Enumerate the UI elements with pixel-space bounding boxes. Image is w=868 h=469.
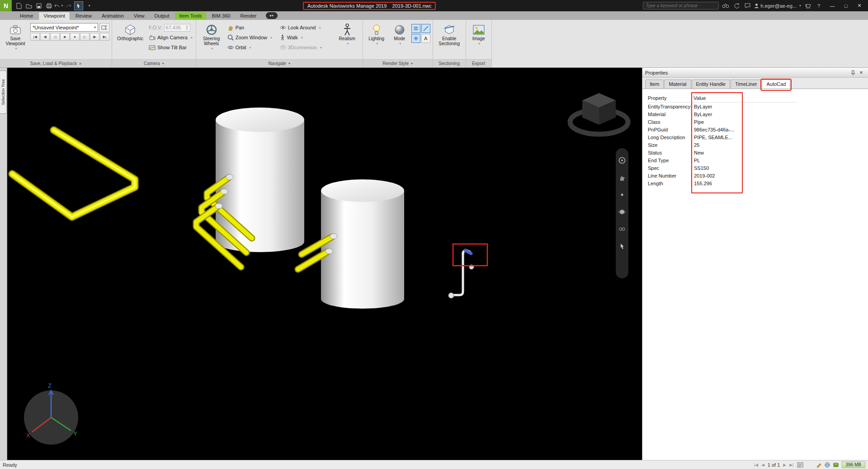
search-input[interactable] — [643, 2, 719, 9]
toolbar-options-dropdown[interactable] — [84, 1, 93, 10]
text-toggle[interactable]: A — [421, 34, 430, 43]
group-label-save[interactable]: Save, Load & Playback » — [0, 59, 112, 67]
props-tab-timeliner[interactable]: TimeLiner — [731, 80, 762, 89]
viewcube[interactable] — [570, 93, 628, 134]
tab-item-tools[interactable]: Item Tools — [175, 12, 207, 20]
maximize-button[interactable]: □ — [839, 0, 853, 11]
next-sheet-button[interactable]: ▶ — [783, 463, 786, 467]
orbit-nav-icon[interactable] — [618, 208, 626, 216]
group-label-export[interactable]: Export — [466, 59, 491, 67]
steering-wheels-button[interactable]: Steering Wheels — [198, 21, 225, 59]
redo-button[interactable] — [64, 1, 73, 10]
props-tab-entity-handle[interactable]: Entity Handle — [692, 80, 730, 89]
properties-header[interactable]: Properties ✕ — [642, 68, 868, 78]
binoculars-search-icon[interactable] — [722, 2, 730, 10]
table-row[interactable]: Length155.296 — [648, 179, 797, 187]
open-file-button[interactable] — [24, 1, 33, 10]
table-row[interactable]: Long DescriptionPIPE, SEAMLE... — [648, 133, 797, 141]
panel-close-icon[interactable]: ✕ — [857, 69, 865, 76]
selection-tree-tab[interactable]: Selection Tree — [0, 70, 7, 114]
zoom-window-button[interactable]: Zoom Window — [226, 33, 277, 42]
navisworks-logo-icon[interactable]: N — [0, 0, 12, 11]
play-button[interactable]: ▷ — [80, 33, 90, 41]
sheet-browser-icon[interactable] — [797, 462, 803, 468]
props-tab-material[interactable]: Material — [664, 80, 691, 89]
ribbon-display-options-icon[interactable]: ●▾ — [266, 12, 278, 19]
save-viewpoint-button[interactable]: Save Viewpoint — [2, 21, 28, 59]
tab-viewpoint[interactable]: Viewpoint — [38, 12, 70, 20]
table-row[interactable]: PnPGuid986ec735-d46a-... — [648, 126, 797, 133]
enable-sectioning-button[interactable]: Enable Sectioning — [435, 21, 463, 59]
walk-button[interactable]: Walk — [279, 33, 332, 42]
look-around-button[interactable]: Look Around — [279, 23, 332, 32]
surfaces-toggle[interactable] — [411, 24, 420, 33]
pan-nav-icon[interactable] — [618, 174, 626, 182]
align-camera-button[interactable]: Align Camera — [148, 33, 193, 42]
column-header-value[interactable]: Value — [691, 95, 741, 101]
first-sheet-button[interactable]: |◀ — [754, 463, 758, 467]
select-tool-button[interactable] — [74, 1, 83, 10]
points-toggle[interactable] — [411, 34, 420, 43]
lines-toggle[interactable] — [421, 24, 430, 33]
table-row[interactable]: EntityTransparencyByLayer — [648, 103, 797, 110]
tab-output[interactable]: Output — [150, 12, 174, 20]
rewind-button[interactable]: |◀ — [30, 33, 40, 41]
step-back-button[interactable]: ◀ — [40, 33, 50, 41]
print-button[interactable] — [44, 1, 53, 10]
viewport-3d-canvas[interactable]: Z X Y — [7, 68, 642, 460]
group-label-camera[interactable]: Camera — [112, 59, 196, 67]
tab-view[interactable]: View — [129, 12, 149, 20]
table-row[interactable]: End TypePL — [648, 156, 797, 164]
lighting-button[interactable]: Lighting — [365, 21, 388, 59]
tab-bim360[interactable]: BIM 360 — [207, 12, 235, 20]
props-tab-autocad[interactable]: AutoCad — [762, 80, 790, 89]
select-nav-icon[interactable] — [618, 242, 626, 250]
tab-animation[interactable]: Animation — [97, 12, 128, 20]
export-image-button[interactable]: Image — [468, 21, 489, 59]
play-backwards-button[interactable]: ◁ — [50, 33, 60, 41]
fast-forward-button[interactable]: ▶| — [100, 33, 109, 41]
record-button[interactable]: ● — [70, 33, 80, 41]
table-row[interactable]: Size25 — [648, 141, 797, 149]
previous-sheet-button[interactable]: ◀ — [761, 463, 764, 467]
stop-button[interactable]: ■ — [60, 33, 70, 41]
edit-viewpoints-button[interactable] — [99, 23, 109, 32]
pan-button[interactable]: Pan — [226, 23, 277, 32]
dialog-launcher-icon[interactable]: » — [79, 61, 82, 66]
group-label-navigate[interactable]: Navigate — [196, 59, 363, 67]
save-button[interactable] — [34, 1, 43, 10]
column-header-property[interactable]: Property — [648, 95, 691, 101]
mode-button[interactable]: Mode — [390, 21, 410, 59]
show-tilt-bar-button[interactable]: Show Tilt Bar — [148, 43, 193, 52]
last-sheet-button[interactable]: ▶| — [789, 463, 793, 467]
auto-hide-pin-icon[interactable] — [849, 69, 857, 76]
group-label-render-style[interactable]: Render Style — [363, 59, 433, 67]
steering-wheel-nav-icon[interactable] — [618, 156, 626, 164]
orthographic-button[interactable]: Orthographic — [114, 21, 146, 59]
tab-render[interactable]: Render — [236, 12, 261, 20]
look-nav-icon[interactable] — [618, 225, 626, 233]
table-row[interactable]: SpecSS150 — [648, 164, 797, 172]
sync-icon[interactable] — [732, 2, 741, 10]
group-label-sectioning[interactable]: Sectioning — [433, 59, 466, 67]
viewpoint-combo[interactable]: *Unsaved Viewpoint*▾ — [30, 23, 98, 32]
realism-button[interactable]: Realism — [334, 21, 360, 59]
table-row[interactable]: MaterialByLayer — [648, 110, 797, 118]
orbit-button[interactable]: Orbit — [226, 43, 277, 52]
help-icon[interactable]: ? — [815, 2, 823, 10]
tab-review[interactable]: Review — [71, 12, 96, 20]
table-row[interactable]: Line Number2019-002 — [648, 172, 797, 179]
minimize-button[interactable]: — — [826, 0, 839, 11]
communication-icon[interactable] — [743, 2, 751, 10]
tab-home[interactable]: Home — [15, 12, 38, 20]
undo-button[interactable] — [54, 1, 63, 10]
new-file-button[interactable] — [14, 1, 24, 10]
step-forward-button[interactable]: ▶ — [90, 33, 99, 41]
table-row[interactable]: ClassPipe — [648, 118, 797, 126]
zoom-nav-icon[interactable] — [618, 191, 626, 199]
app-store-icon[interactable] — [804, 2, 812, 10]
table-row[interactable]: StatusNew — [648, 149, 797, 156]
props-tab-item[interactable]: Item — [645, 80, 664, 89]
signed-in-user[interactable]: h.eger@ae-eg... — [754, 3, 801, 9]
close-button[interactable]: ✕ — [853, 0, 866, 11]
